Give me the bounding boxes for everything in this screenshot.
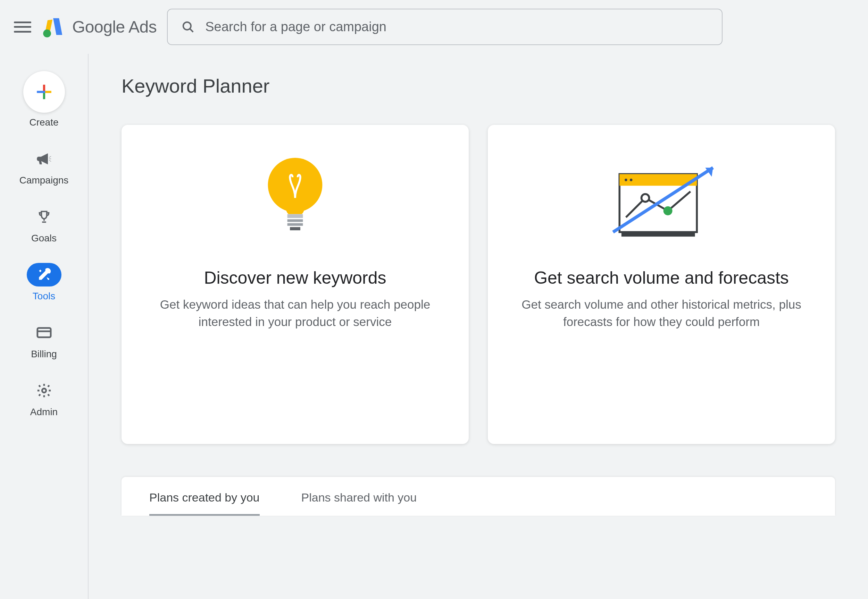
svg-rect-10 bbox=[37, 328, 50, 337]
sidebar-item-label: Billing bbox=[31, 349, 57, 360]
sidebar-item-label: Admin bbox=[30, 406, 57, 418]
sidebar: Create Campaigns Goals bbox=[0, 54, 89, 599]
svg-point-12 bbox=[42, 388, 46, 393]
svg-rect-4 bbox=[43, 93, 45, 99]
sidebar-item-goals[interactable]: Goals bbox=[27, 205, 62, 244]
credit-card-icon bbox=[36, 325, 52, 341]
tab-plans-created[interactable]: Plans created by you bbox=[149, 491, 260, 516]
gear-icon bbox=[36, 382, 52, 399]
svg-rect-14 bbox=[287, 214, 303, 218]
svg-point-22 bbox=[630, 179, 632, 181]
hamburger-menu-button[interactable] bbox=[14, 20, 31, 34]
sidebar-item-label: Goals bbox=[31, 233, 57, 244]
svg-line-2 bbox=[190, 29, 193, 32]
svg-rect-3 bbox=[43, 84, 45, 91]
svg-point-23 bbox=[641, 194, 649, 202]
plans-tabs: Plans created by you Plans shared with y… bbox=[122, 477, 835, 516]
cards-row: Discover new keywords Get keyword ideas … bbox=[122, 125, 835, 444]
svg-point-24 bbox=[664, 206, 673, 215]
search-bar[interactable] bbox=[167, 9, 723, 45]
logo-text: Google Ads bbox=[72, 17, 157, 36]
google-ads-logo-icon bbox=[42, 15, 65, 39]
svg-point-1 bbox=[183, 22, 191, 30]
svg-rect-15 bbox=[287, 219, 303, 222]
page-title: Keyword Planner bbox=[122, 75, 835, 97]
trophy-icon bbox=[36, 209, 52, 225]
search-input[interactable] bbox=[205, 20, 708, 34]
sidebar-item-create[interactable]: Create bbox=[23, 71, 65, 128]
tab-plans-shared[interactable]: Plans shared with you bbox=[301, 491, 417, 516]
wrench-screwdriver-icon bbox=[36, 267, 52, 282]
megaphone-icon bbox=[36, 151, 52, 167]
svg-rect-17 bbox=[290, 227, 300, 230]
search-icon bbox=[181, 21, 195, 34]
card-discover-keywords[interactable]: Discover new keywords Get keyword ideas … bbox=[122, 125, 469, 444]
header: Google Ads bbox=[0, 0, 868, 54]
logo[interactable]: Google Ads bbox=[42, 15, 157, 39]
sidebar-item-campaigns[interactable]: Campaigns bbox=[20, 147, 69, 186]
svg-rect-5 bbox=[37, 91, 44, 93]
svg-point-21 bbox=[625, 179, 627, 181]
svg-point-0 bbox=[43, 30, 51, 38]
sidebar-item-tools[interactable]: Tools bbox=[27, 263, 62, 302]
svg-rect-6 bbox=[45, 91, 51, 93]
main-content: Keyword Planner Discover new keywords Ge bbox=[89, 54, 868, 599]
lightbulb-icon bbox=[262, 149, 328, 253]
sidebar-item-label: Tools bbox=[33, 290, 55, 302]
sidebar-item-label: Create bbox=[29, 117, 58, 128]
card-title: Get search volume and forecasts bbox=[534, 267, 789, 289]
svg-rect-7 bbox=[43, 91, 45, 93]
card-title: Discover new keywords bbox=[204, 267, 386, 289]
sidebar-item-billing[interactable]: Billing bbox=[27, 321, 62, 360]
svg-rect-16 bbox=[287, 223, 303, 226]
card-search-volume[interactable]: Get search volume and forecasts Get sear… bbox=[488, 125, 835, 444]
sidebar-item-label: Campaigns bbox=[20, 175, 69, 186]
card-description: Get search volume and other historical m… bbox=[519, 296, 804, 331]
plus-multicolor-icon bbox=[35, 83, 53, 101]
sidebar-item-admin[interactable]: Admin bbox=[27, 379, 62, 418]
chart-arrow-icon bbox=[595, 149, 728, 253]
card-description: Get keyword ideas that can help you reac… bbox=[153, 296, 438, 331]
create-button[interactable] bbox=[23, 71, 65, 113]
